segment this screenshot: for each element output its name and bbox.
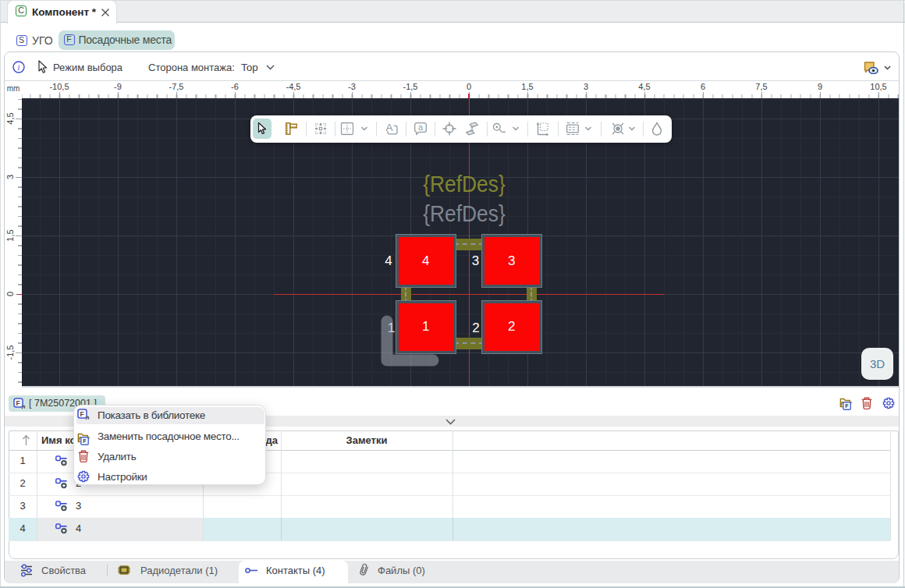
svg-text:F: F xyxy=(80,410,83,418)
svg-text:i: i xyxy=(18,63,20,72)
svg-text:F: F xyxy=(845,403,849,409)
svg-text:a: a xyxy=(418,122,424,132)
svg-text:A: A xyxy=(385,122,392,134)
svg-text:F: F xyxy=(16,399,20,407)
svg-text:F: F xyxy=(83,438,87,444)
